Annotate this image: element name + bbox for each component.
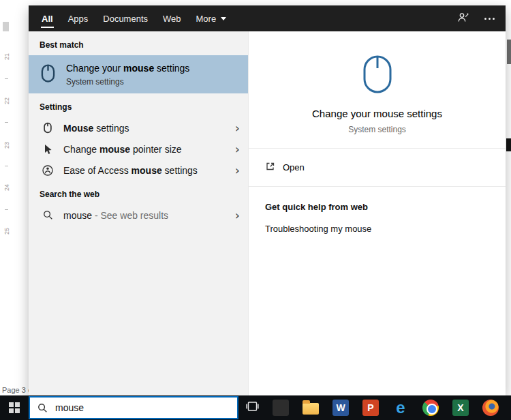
chrome-icon [422, 400, 439, 416]
chevron-right-icon [235, 164, 240, 177]
file-explorer-icon [303, 403, 319, 415]
chevron-right-icon [235, 143, 240, 155]
search-filter-bar: All Apps Documents Web More [29, 5, 506, 31]
result-web-search-mouse[interactable]: mouse - See web results [29, 205, 248, 226]
web-query: mouse [63, 210, 92, 221]
ease-of-access-person-icon [41, 165, 55, 176]
firefox-icon [482, 400, 499, 416]
excel-app-button[interactable]: X [446, 395, 476, 420]
windows-logo-icon [9, 402, 20, 413]
result-ease-of-access-mouse-settings[interactable]: Ease of Access mouse settings [29, 160, 248, 181]
feedback-button[interactable] [457, 5, 469, 31]
search-input[interactable] [54, 402, 211, 414]
search-preview-panel: Change your mouse settings System settin… [248, 31, 506, 395]
store-app-button[interactable] [266, 395, 296, 420]
ruler-tick [5, 166, 8, 166]
web-help-link-troubleshooting[interactable]: Troubleshooting my mouse [265, 224, 489, 234]
best-match-text: Change your mouse settings System settin… [66, 62, 189, 87]
web-help-header: Get quick help from web [265, 202, 489, 212]
edge-icon: e [396, 400, 405, 416]
best-match-header: Best match [29, 31, 248, 55]
scrollbar-thumb[interactable] [506, 138, 511, 151]
label-part: settings [93, 123, 129, 134]
tab-label: Documents [103, 14, 148, 24]
label-part: Change [63, 144, 99, 155]
result-label: Ease of Access mouse settings [63, 165, 198, 176]
mouse-icon [41, 122, 55, 134]
result-title: Change your mouse settings [66, 63, 189, 74]
taskbar: W P e X [0, 395, 511, 420]
tab-label: More [196, 14, 217, 24]
open-action[interactable]: Open [249, 149, 506, 186]
word-page-status: Page 3 o [2, 386, 32, 394]
pinned-apps: W P e X [266, 395, 506, 420]
tab-more[interactable]: More [189, 5, 234, 31]
taskbar-search-box[interactable] [29, 396, 238, 419]
start-button[interactable] [0, 395, 29, 420]
tab-apps[interactable]: Apps [61, 5, 96, 31]
search-flyout: All Apps Documents Web More Best match [29, 5, 506, 395]
tab-all[interactable]: All [34, 5, 61, 31]
search-icon [41, 210, 55, 220]
tab-web[interactable]: Web [155, 5, 189, 31]
result-mouse-settings[interactable]: Mouse settings [29, 117, 248, 138]
tab-documents[interactable]: Documents [95, 5, 155, 31]
label-part-bold: Mouse [63, 123, 93, 134]
ruler-mark: 25 [3, 227, 10, 236]
ruler-tick [5, 78, 8, 79]
tab-label: All [42, 14, 53, 24]
ruler-mark: 22 [3, 97, 10, 106]
preview-title: Change your mouse settings [312, 108, 442, 119]
ruler-mark: 24 [3, 183, 10, 192]
label-part-bold: mouse [131, 165, 162, 176]
open-icon [265, 161, 276, 174]
web-suffix: - See web results [92, 210, 168, 221]
edge-app-button[interactable]: e [386, 395, 416, 420]
chevron-down-icon [221, 17, 226, 20]
ruler-mark: 21 [3, 52, 10, 61]
store-icon [273, 400, 289, 416]
powerpoint-icon: P [362, 400, 379, 416]
result-change-mouse-pointer-size[interactable]: Change mouse pointer size [29, 138, 248, 160]
label-part-bold: mouse [99, 144, 130, 155]
tab-label: Apps [68, 14, 89, 24]
tab-label: Web [163, 14, 181, 24]
word-icon: W [332, 400, 349, 416]
task-view-button[interactable] [238, 395, 266, 420]
file-explorer-app-button[interactable] [296, 395, 326, 420]
result-label: mouse - See web results [63, 210, 168, 221]
scrollbar-thumb[interactable] [507, 40, 511, 64]
label-part: Change your [66, 63, 123, 74]
label-part: Ease of Access [63, 165, 131, 176]
mouse-icon [362, 55, 392, 97]
ruler-tick [5, 122, 8, 123]
label-part: settings [162, 165, 198, 176]
chevron-right-icon [235, 122, 240, 134]
web-help-section: Get quick help from web Troubleshooting … [249, 187, 506, 234]
result-label: Change mouse pointer size [63, 144, 182, 155]
label-part: pointer size [130, 144, 181, 155]
result-label: Mouse settings [63, 123, 129, 134]
settings-section-header: Settings [29, 93, 248, 117]
ruler-mark: 23 [3, 141, 10, 150]
search-results-panel: Best match Change your mouse settings Sy… [29, 31, 248, 395]
result-subtitle: System settings [66, 77, 189, 87]
word-vertical-ruler: 21 22 23 24 25 [2, 18, 11, 243]
word-app-button[interactable]: W [326, 395, 356, 420]
mouse-icon [41, 63, 55, 86]
powerpoint-app-button[interactable]: P [356, 395, 386, 420]
more-options-button[interactable] [484, 5, 495, 31]
excel-icon: X [452, 400, 469, 416]
open-label: Open [283, 162, 305, 172]
chevron-right-icon [235, 209, 240, 222]
firefox-app-button[interactable] [476, 395, 506, 420]
chrome-app-button[interactable] [416, 395, 446, 420]
result-best-match-mouse-settings[interactable]: Change your mouse settings System settin… [29, 55, 248, 93]
ellipsis-icon [484, 18, 495, 20]
preview-subtitle: System settings [348, 125, 406, 134]
label-part-bold: mouse [123, 63, 154, 74]
cursor-pointer-icon [41, 144, 55, 155]
ruler-margin-block [3, 22, 9, 31]
task-view-icon [246, 401, 259, 415]
web-section-header: Search the web [29, 181, 248, 205]
